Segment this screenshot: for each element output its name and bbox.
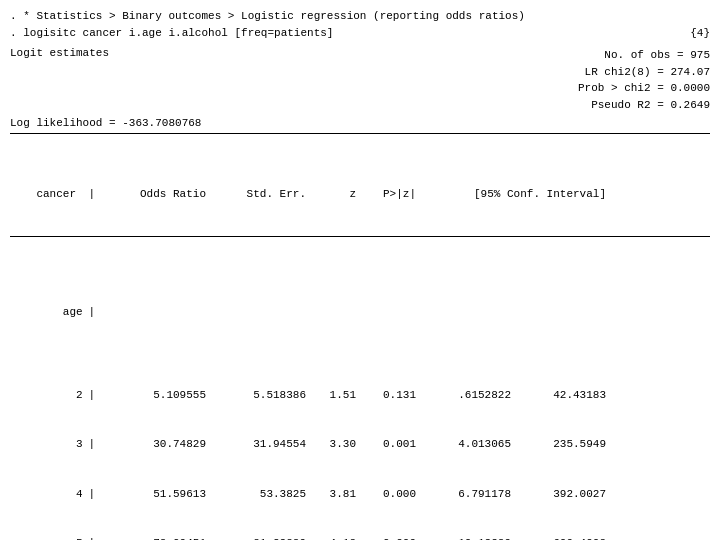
no-of-obs-label: No. of obs (604, 49, 670, 61)
prob-chi2: Prob > chi2 = 0.0000 (578, 80, 710, 97)
col-prob-header: P>|z| (356, 186, 416, 203)
regression-table: cancer | Odds Ratio Std. Err. z P>|z| [9… (10, 136, 710, 540)
command-line-2: . logisitc cancer i.age i.alcohol [freq=… (10, 25, 333, 42)
age-4-prob: 0.000 (356, 486, 416, 503)
age-3-z: 3.30 (306, 436, 356, 453)
age-3-odds: 30.74829 (96, 436, 206, 453)
col-odds-header: Odds Ratio (96, 186, 206, 203)
age-5-z: 4.18 (306, 535, 356, 540)
age-label: age (10, 304, 82, 321)
age-5-conf-hi: 600.4908 (511, 535, 606, 540)
command-line-1: . * Statistics > Binary outcomes > Logis… (10, 8, 710, 25)
age-row-5: 5 | 78.00451 81.22889 4.18 0.000 10.1328… (10, 535, 710, 540)
age-row-3: 3 | 30.74829 31.94554 3.30 0.001 4.01306… (10, 436, 710, 453)
logit-header-block: Logit estimates No. of obs = 975 LR chi2… (10, 47, 710, 113)
command-line-2-row: . logisitc cancer i.age i.alcohol [freq=… (10, 25, 710, 42)
age-2-conf-lo: .6152822 (416, 387, 511, 404)
age-5-stderr: 81.22889 (206, 535, 306, 540)
no-of-obs-val: 975 (690, 49, 710, 61)
col-z-header: z (306, 186, 356, 203)
logit-title: Logit estimates (10, 47, 109, 113)
top-divider (10, 133, 710, 134)
age-5-odds: 78.00451 (96, 535, 206, 540)
lr-chi2: LR chi2(8) = 274.07 (578, 64, 710, 81)
equals-sign4: = (657, 99, 670, 111)
col-headers: cancer | Odds Ratio Std. Err. z P>|z| [9… (10, 186, 710, 203)
age-pipe: | (82, 304, 96, 321)
age-4-conf-lo: 6.791178 (416, 486, 511, 503)
age-group-header: age | (10, 304, 710, 321)
age-2-conf-hi: 42.43183 (511, 387, 606, 404)
age-3-conf-lo: 4.013065 (416, 436, 511, 453)
age-row-4: 4 | 51.59613 53.3825 3.81 0.000 6.791178… (10, 486, 710, 503)
col-cancer-header: cancer (10, 186, 82, 203)
age-4-conf-hi: 392.0027 (511, 486, 606, 503)
age-5-prob: 0.000 (356, 535, 416, 540)
age-2-label: 2 (10, 387, 82, 404)
pseudo-r2: Pseudo R2 = 0.2649 (578, 97, 710, 114)
command-annotation: {4} (690, 25, 710, 42)
age-4-pipe: | (82, 486, 96, 503)
main-container: . * Statistics > Binary outcomes > Logis… (0, 0, 720, 540)
age-4-stderr: 53.3825 (206, 486, 306, 503)
age-5-label: 5 (10, 535, 82, 540)
age-3-pipe: | (82, 436, 96, 453)
col-conf-header: [95% Conf. Interval] (416, 186, 606, 203)
age-2-prob: 0.131 (356, 387, 416, 404)
equals-sign: = (677, 49, 690, 61)
stats-block: No. of obs = 975 LR chi2(8) = 274.07 Pro… (578, 47, 710, 113)
age-4-odds: 51.59613 (96, 486, 206, 503)
no-of-obs: No. of obs = 975 (578, 47, 710, 64)
age-3-stderr: 31.94554 (206, 436, 306, 453)
log-likelihood: Log likelihood = -363.7080768 (10, 117, 710, 129)
lr-chi2-val: 274.07 (670, 66, 710, 78)
age-2-z: 1.51 (306, 387, 356, 404)
col-stderr-header: Std. Err. (206, 186, 306, 203)
prob-label: Prob > chi2 (578, 82, 651, 94)
command-block: . * Statistics > Binary outcomes > Logis… (10, 8, 710, 41)
age-2-pipe: | (82, 387, 96, 404)
pseudo-r2-label: Pseudo R2 (591, 99, 650, 111)
age-3-label: 3 (10, 436, 82, 453)
age-3-prob: 0.001 (356, 436, 416, 453)
lr-chi2-label: LR chi2(8) (585, 66, 651, 78)
age-5-conf-lo: 10.13289 (416, 535, 511, 540)
equals-sign2: = (657, 66, 670, 78)
age-4-label: 4 (10, 486, 82, 503)
age-5-pipe: | (82, 535, 96, 540)
age-3-conf-hi: 235.5949 (511, 436, 606, 453)
age-row-2: 2 | 5.109555 5.518386 1.51 0.131 .615282… (10, 387, 710, 404)
col-pipe-header: | (82, 186, 96, 203)
pseudo-r2-val: 0.2649 (670, 99, 710, 111)
header-divider (10, 236, 710, 237)
age-4-z: 3.81 (306, 486, 356, 503)
age-2-odds: 5.109555 (96, 387, 206, 404)
equals-sign3: = (657, 82, 670, 94)
age-2-stderr: 5.518386 (206, 387, 306, 404)
prob-val: 0.0000 (670, 82, 710, 94)
